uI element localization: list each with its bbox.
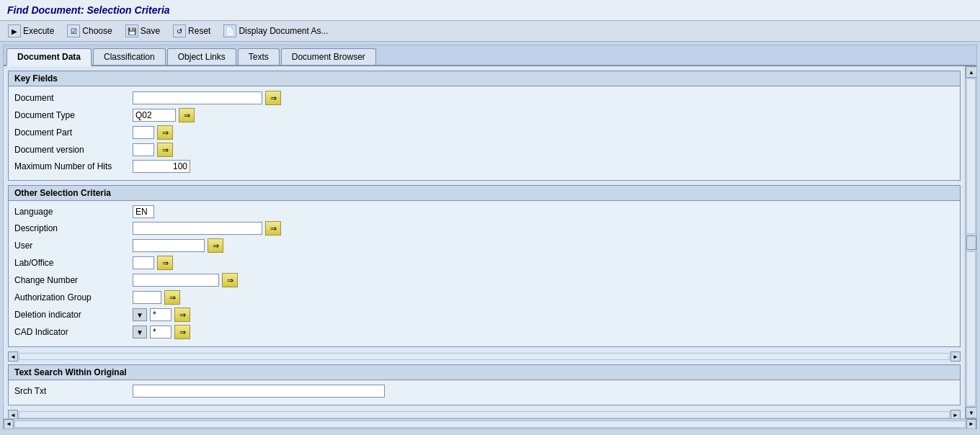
- cad-indicator-label: CAD Indicator: [14, 327, 130, 337]
- cad-indicator-search-button[interactable]: ⇒: [174, 325, 190, 339]
- srch-txt-label: Srch Txt: [14, 386, 130, 396]
- key-fields-content: Document ⇒ Document Type ⇒ Documen: [9, 86, 960, 180]
- language-label: Language: [14, 207, 130, 217]
- deletion-indicator-dropdown-button[interactable]: ▼: [133, 308, 147, 321]
- srch-txt-input[interactable]: [133, 385, 385, 398]
- toolbar: ▶ Execute ☑ Choose 💾 Save ↺ Reset 📄 Disp…: [0, 21, 980, 42]
- other-criteria-title: Other Selection Criteria: [9, 186, 960, 201]
- lab-office-input[interactable]: [133, 256, 154, 269]
- document-row: Document ⇒: [14, 91, 954, 105]
- document-type-label: Document Type: [14, 110, 130, 120]
- change-number-search-button[interactable]: ⇒: [222, 273, 238, 287]
- document-label: Document: [14, 93, 130, 103]
- auth-group-label: Authorization Group: [14, 292, 130, 302]
- save-icon: 💾: [125, 24, 138, 37]
- scroll-up-button[interactable]: ▲: [966, 66, 976, 78]
- text-search-section: Text Search Within Original Srch Txt: [8, 364, 961, 405]
- main-hscroll-right[interactable]: ►: [966, 419, 976, 429]
- tab-texts[interactable]: Texts: [238, 48, 280, 65]
- reset-button[interactable]: ↺ Reset: [171, 24, 213, 38]
- description-search-button[interactable]: ⇒: [265, 221, 281, 236]
- execute-icon: ▶: [8, 24, 21, 37]
- document-type-row: Document Type ⇒: [14, 108, 954, 122]
- max-hits-input[interactable]: [133, 160, 190, 173]
- main-hscroll: ◄ ►: [4, 418, 976, 429]
- description-input[interactable]: [133, 222, 262, 235]
- lab-office-label: Lab/Office: [14, 258, 130, 268]
- inner-hscroll-right[interactable]: ►: [950, 351, 961, 362]
- content-panel: Document Data Classification Object Link…: [3, 45, 977, 429]
- choose-icon: ☑: [67, 24, 80, 37]
- deletion-indicator-search-button[interactable]: ⇒: [174, 308, 190, 322]
- tab-bar: Document Data Classification Object Link…: [4, 45, 976, 66]
- document-type-search-button[interactable]: ⇒: [179, 108, 195, 122]
- bottom-hscroll-left[interactable]: ◄: [8, 410, 18, 418]
- deletion-indicator-label: Deletion indicator: [14, 310, 130, 320]
- main-area: Document Data Classification Object Link…: [0, 42, 980, 432]
- change-number-row: Change Number ⇒: [14, 273, 954, 287]
- tab-classification[interactable]: Classification: [93, 48, 166, 65]
- key-fields-section: Key Fields Document ⇒ Document Type: [8, 71, 961, 181]
- execute-button[interactable]: ▶ Execute: [6, 24, 56, 38]
- document-version-search-button[interactable]: ⇒: [157, 143, 173, 157]
- document-part-input[interactable]: [133, 126, 154, 139]
- user-row: User ⇒: [14, 238, 954, 253]
- cad-indicator-input[interactable]: [150, 326, 172, 338]
- title-bar: Find Document: Selection Criteria: [0, 0, 980, 21]
- lab-office-search-button[interactable]: ⇒: [157, 256, 173, 270]
- page-title: Find Document: Selection Criteria: [7, 4, 170, 16]
- other-criteria-section: Other Selection Criteria Language Descri…: [8, 185, 961, 347]
- choose-button[interactable]: ☑ Choose: [65, 24, 114, 38]
- inner-hscroll-track: [19, 353, 950, 360]
- other-criteria-content: Language Description ⇒ User: [9, 201, 960, 346]
- auth-group-row: Authorization Group ⇒: [14, 290, 954, 305]
- document-part-search-button[interactable]: ⇒: [157, 125, 173, 140]
- document-type-input[interactable]: [133, 109, 176, 122]
- scroll-track: [966, 79, 976, 234]
- main-hscroll-left[interactable]: ◄: [4, 419, 14, 429]
- bottom-hscroll: ◄ ►: [8, 410, 961, 418]
- language-input[interactable]: [133, 205, 154, 218]
- reset-icon: ↺: [173, 24, 186, 37]
- user-label: User: [14, 241, 130, 251]
- display-doc-button[interactable]: 📄 Display Document As...: [221, 24, 330, 38]
- auth-group-search-button[interactable]: ⇒: [164, 290, 180, 305]
- inner-hscroll: ◄ ►: [8, 351, 961, 362]
- bottom-hscroll-right[interactable]: ►: [950, 410, 961, 418]
- right-scrollbar: ▲ ▼: [965, 66, 976, 418]
- key-fields-title: Key Fields: [9, 71, 960, 86]
- description-label: Description: [14, 223, 130, 233]
- lab-office-row: Lab/Office ⇒: [14, 256, 954, 270]
- language-row: Language: [14, 205, 954, 218]
- scroll-down-button[interactable]: ▼: [966, 407, 976, 418]
- deletion-indicator-input[interactable]: [150, 308, 172, 321]
- change-number-input[interactable]: [133, 274, 219, 287]
- scroll-track-bottom: [966, 251, 976, 407]
- document-part-row: Document Part ⇒: [14, 125, 954, 140]
- tab-object-links[interactable]: Object Links: [167, 48, 236, 65]
- text-search-content: Srch Txt: [9, 380, 960, 405]
- cad-indicator-dropdown-button[interactable]: ▼: [133, 326, 147, 338]
- auth-group-input[interactable]: [133, 291, 161, 304]
- document-input[interactable]: [133, 91, 262, 104]
- scroll-thumb[interactable]: [966, 236, 976, 250]
- deletion-indicator-row: Deletion indicator ▼ ⇒: [14, 308, 954, 322]
- max-hits-label: Maximum Number of Hits: [14, 161, 130, 171]
- text-search-title: Text Search Within Original: [9, 365, 960, 380]
- document-version-label: Document version: [14, 145, 130, 155]
- inner-hscroll-left[interactable]: ◄: [8, 351, 18, 362]
- document-part-label: Document Part: [14, 127, 130, 138]
- tab-document-data[interactable]: Document Data: [6, 48, 92, 66]
- description-row: Description ⇒: [14, 221, 954, 236]
- tab-document-browser[interactable]: Document Browser: [281, 48, 376, 65]
- srch-txt-row: Srch Txt: [14, 385, 954, 398]
- document-search-button[interactable]: ⇒: [265, 91, 281, 105]
- cad-indicator-row: CAD Indicator ▼ ⇒: [14, 325, 954, 339]
- save-button[interactable]: 💾 Save: [123, 24, 162, 38]
- document-version-input[interactable]: [133, 143, 154, 156]
- user-search-button[interactable]: ⇒: [208, 238, 223, 253]
- bottom-hscroll-track: [19, 411, 950, 418]
- max-hits-row: Maximum Number of Hits: [14, 160, 954, 173]
- user-input[interactable]: [133, 239, 205, 252]
- change-number-label: Change Number: [14, 275, 130, 285]
